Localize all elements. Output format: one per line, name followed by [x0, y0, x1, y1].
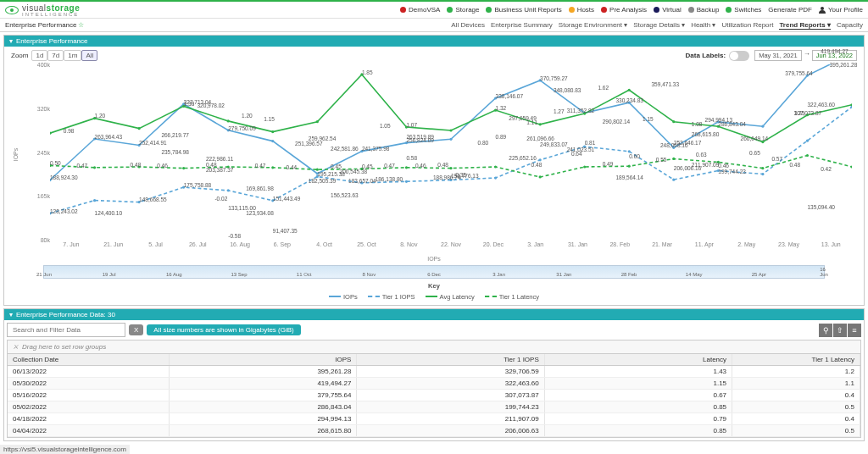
table-row[interactable]: 05/16/2022379,755.64307,073.870.670.4	[8, 390, 860, 401]
topnav-storage[interactable]: Storage	[447, 6, 479, 14]
legend-iops[interactable]: IOPs	[329, 293, 358, 301]
legend-swatch	[368, 296, 380, 297]
topnav-hosts[interactable]: Hosts	[569, 6, 594, 14]
caret-down-icon: ▾	[9, 311, 13, 318]
topnav-generate-pdf[interactable]: Generate PDF	[768, 6, 812, 14]
y-axis-label: IOPs	[13, 147, 19, 161]
menu-bar: Enterprise Performance☆ All DevicesEnter…	[0, 19, 868, 32]
legend-avg-latency[interactable]: Avg Latency	[426, 293, 475, 301]
chart-panel-title: Enterprise Performance	[16, 37, 87, 45]
svg-point-7	[360, 150, 363, 152]
date-from[interactable]: May 31, 2021	[754, 50, 801, 61]
grid-config-icon[interactable]: ⚲	[819, 324, 832, 337]
table-row[interactable]: 04/18/2022294,994.13211,907.090.790.4	[8, 413, 860, 425]
svg-point-6	[316, 172, 319, 174]
col-tier-1-latency[interactable]: Tier 1 Latency	[732, 354, 860, 365]
svg-point-8	[405, 141, 408, 144]
col-collection-date[interactable]: Collection Date	[8, 354, 170, 365]
svg-point-43	[271, 130, 274, 133]
legend-tier-1-latency[interactable]: Tier 1 Latency	[485, 293, 539, 301]
chart-plot[interactable]: 188,924.30128,243.02263,964.43124,400.10…	[50, 64, 852, 240]
svg-point-53	[717, 125, 720, 128]
svg-point-35	[761, 173, 764, 175]
svg-point-54	[761, 141, 764, 143]
chart-toolbar: Zoom 1d7d1mAll Data Labels: May 31, 2021…	[4, 47, 864, 64]
date-to[interactable]: Jun 13, 2022	[812, 50, 857, 61]
zoom-1m[interactable]: 1m	[64, 50, 81, 61]
topnav-your-profile[interactable]: Your Profile	[819, 6, 863, 14]
menu-health-[interactable]: Health ▾	[691, 21, 715, 30]
star-icon[interactable]: ☆	[78, 21, 84, 29]
svg-point-42	[227, 119, 230, 122]
dot-icon	[654, 7, 659, 13]
svg-point-39	[93, 117, 96, 119]
svg-point-45	[360, 73, 363, 75]
svg-point-25	[316, 175, 319, 178]
chart-panel-header[interactable]: ▾ Enterprise Performance	[4, 36, 864, 47]
svg-point-50	[583, 113, 586, 115]
col-iops[interactable]: IOPS	[170, 354, 357, 365]
topnav-switches[interactable]: Switches	[726, 6, 761, 14]
data-panel: ▾ Enterprise Performance Data: 30 X All …	[3, 308, 865, 441]
topnav-demovsa[interactable]: DemoVSA	[400, 6, 440, 14]
svg-point-36	[806, 140, 809, 142]
col-tier-1-iops[interactable]: Tier 1 IOPS	[357, 354, 544, 365]
legend-swatch	[485, 296, 497, 297]
svg-point-65	[405, 166, 408, 169]
svg-point-62	[271, 166, 274, 169]
menu-storage-details-[interactable]: Storage Details ▾	[633, 21, 685, 30]
chart-navigator[interactable]: 21 Jun19 Jul16 Aug13 Sep11 Oct8 Nov6 Dec…	[43, 265, 825, 279]
top-nav: DemoVSAStorageBusiness Unit ReportsHosts…	[400, 6, 863, 14]
grid-header[interactable]: Collection DateIOPSTier 1 IOPSLatencyTie…	[8, 354, 860, 366]
svg-point-4	[227, 129, 230, 131]
menu-enterprise-summary[interactable]: Enterprise Summary	[491, 21, 553, 30]
svg-point-73	[761, 167, 764, 169]
table-row[interactable]: 06/13/2022395,261.28329,706.591.431.2	[8, 366, 860, 378]
table-row[interactable]: 05/02/2022286,843.04199,744.230.850.5	[8, 401, 860, 413]
svg-point-57	[50, 164, 52, 167]
table-row[interactable]: 04/04/2022268,615.80206,006.630.850.5	[8, 425, 860, 437]
grid-upload-icon[interactable]: ⇧	[833, 324, 847, 337]
grid-group-drop[interactable]: ⤬Drag here to set row groups	[8, 340, 860, 354]
size-note-pill[interactable]: All size numbers are shown in Gigabytes …	[147, 324, 300, 335]
date-range[interactable]: May 31, 2021 → Jun 13, 2022	[754, 50, 857, 61]
svg-point-21	[138, 201, 141, 203]
data-panel-header[interactable]: ▾ Enterprise Performance Data: 30	[4, 309, 864, 320]
data-panel-title: Enterprise Performance Data: 30	[16, 311, 115, 318]
svg-point-70	[628, 165, 631, 168]
topnav-business-unit-reports[interactable]: Business Unit Reports	[486, 6, 561, 14]
svg-point-13	[628, 102, 631, 104]
menu-all-devices[interactable]: All Devices	[451, 21, 485, 30]
svg-point-72	[717, 161, 720, 163]
topnav-backup[interactable]: Backup	[688, 6, 720, 14]
toggle-icon[interactable]	[729, 51, 749, 61]
table-row[interactable]: 05/30/2022419,494.27322,463.601.151.1	[8, 378, 860, 390]
menu-right: All DevicesEnterprise SummaryStorage Env…	[451, 21, 863, 30]
topnav-pre-analysis[interactable]: Pre Analysis	[601, 6, 647, 14]
svg-point-64	[360, 168, 363, 170]
search-input[interactable]	[7, 323, 125, 337]
legend-tier-1-iops[interactable]: Tier 1 IOPS	[368, 293, 415, 301]
grid-menu-icon[interactable]: ≡	[848, 324, 861, 337]
menu-trend-reports-[interactable]: Trend Reports ▾	[779, 21, 830, 30]
dot-icon	[486, 7, 492, 13]
chart-area[interactable]: IOPs 400k320k245k165k80k 188,924.30128,2…	[11, 64, 857, 255]
topnav-virtual[interactable]: Virtual	[654, 6, 682, 14]
menu-capacity[interactable]: Capacity	[837, 21, 863, 30]
clear-button[interactable]: X	[129, 324, 143, 335]
svg-point-63	[316, 169, 319, 171]
data-labels-toggle[interactable]: Data Labels:	[686, 51, 750, 61]
col-latency[interactable]: Latency	[545, 354, 732, 365]
data-grid[interactable]: ⤬Drag here to set row groups Collection …	[7, 340, 861, 438]
x-axis-title: IOPs	[4, 256, 864, 262]
svg-point-71	[672, 158, 675, 160]
svg-point-10	[494, 97, 497, 99]
logo[interactable]: visualstorage INTELLIGENCE	[5, 3, 80, 17]
zoom-1d[interactable]: 1d	[31, 50, 47, 61]
zoom-7d[interactable]: 7d	[47, 50, 64, 61]
menu-storage-environment-[interactable]: Storage Environment ▾	[559, 21, 627, 30]
menu-utilization-report[interactable]: Utilization Report	[722, 21, 774, 30]
svg-point-14	[672, 147, 675, 149]
zoom-All[interactable]: All	[81, 50, 97, 61]
y-axis: 400k320k245k165k80k	[26, 64, 50, 240]
